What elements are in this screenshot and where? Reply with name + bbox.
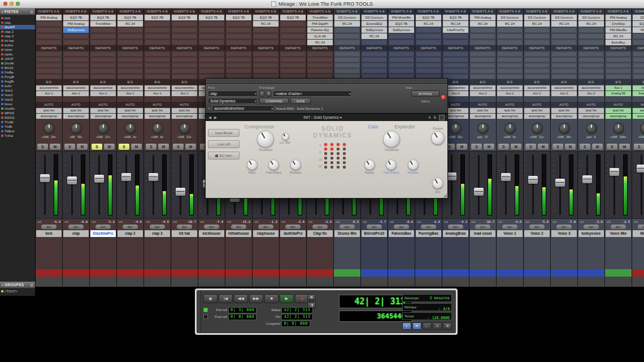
insert-slot-empty[interactable] (118, 40, 143, 45)
send-slot-empty[interactable] (90, 63, 116, 68)
send-slot-empty[interactable] (253, 57, 279, 62)
insert-slot-empty[interactable] (145, 40, 170, 45)
send-slot-empty[interactable] (551, 51, 577, 57)
insert-slot[interactable]: TmrnlMstr (307, 15, 333, 20)
group-assignment[interactable]: aucungroup (606, 114, 631, 119)
insert-slot[interactable]: D3 ComLim (578, 15, 604, 20)
output-selector[interactable]: Aux 1 (90, 91, 116, 96)
sidebar-track-item[interactable]: ledvl (0, 84, 35, 88)
countoff-button[interactable]: 2 (433, 322, 442, 330)
send-slot-empty[interactable] (334, 63, 360, 68)
insert-slot[interactable]: RC 24 (307, 40, 333, 45)
insert-slot[interactable]: CLA-3A (307, 33, 333, 39)
send-slot-empty[interactable] (199, 51, 224, 57)
fader-handle[interactable] (555, 179, 565, 187)
send-slot-empty[interactable] (470, 68, 495, 74)
send-slot-empty[interactable] (63, 68, 89, 74)
preroll-checkbox[interactable] (203, 308, 208, 312)
sidebar-track-item[interactable]: DscKP (0, 25, 35, 29)
send-slot-empty[interactable] (470, 63, 495, 68)
pan-knob[interactable] (559, 123, 569, 133)
sidebar-track-item[interactable]: TkBxd (0, 129, 35, 133)
send-slot-empty[interactable] (36, 68, 62, 74)
sidebar-track-item[interactable]: DrmM (0, 61, 35, 66)
mute-button[interactable]: M (592, 144, 603, 150)
output-selector[interactable]: Analog 56 (606, 91, 631, 96)
insert-slot-empty[interactable] (470, 27, 495, 33)
insert-slot-empty[interactable] (334, 40, 360, 45)
send-slot-empty[interactable] (633, 68, 644, 74)
insert-slot[interactable]: EQ3 7B (63, 15, 89, 20)
insert-slot-empty[interactable] (497, 40, 523, 45)
counters-button[interactable]: ▣ (307, 294, 316, 301)
track-name[interactable]: JazKitwPrc (280, 230, 306, 237)
sidebar-track-item[interactable]: TxKw (0, 133, 35, 138)
fader-handle[interactable] (67, 176, 77, 184)
insert-slot-empty[interactable] (497, 33, 523, 39)
plugin-drag-bar[interactable] (206, 79, 447, 84)
automation-mode-selector[interactable]: auto lire (118, 108, 143, 113)
send-slot-empty[interactable] (606, 57, 631, 62)
mute-button[interactable]: M (131, 144, 142, 150)
insert-slot[interactable]: D3 ComLim (524, 15, 550, 20)
sidebar-track-item[interactable]: clap 3 (0, 34, 35, 38)
send-slot-empty[interactable] (362, 57, 387, 62)
gate-range-knob[interactable] (364, 160, 375, 170)
pan-knob[interactable] (532, 123, 542, 133)
stop-button[interactable]: ■ (264, 294, 279, 303)
send-slot-empty[interactable] (334, 51, 360, 57)
send-slot-empty[interactable] (606, 68, 631, 74)
solo-button[interactable]: S (552, 144, 563, 150)
insert-slot[interactable]: ChnlStrp (606, 21, 631, 27)
send-slot-empty[interactable] (199, 57, 224, 62)
send-slot-empty[interactable] (253, 63, 279, 68)
comp-release-knob[interactable] (290, 160, 301, 170)
dyn-button[interactable]: dyn (367, 225, 382, 229)
solo-button[interactable]: S (173, 144, 184, 150)
mute-button[interactable]: M (538, 144, 549, 150)
send-slot-empty[interactable] (551, 57, 577, 62)
sidebar-track-item[interactable]: ThxBt (0, 120, 35, 124)
mute-button[interactable]: M (619, 144, 630, 150)
pan-knob[interactable] (586, 123, 597, 133)
automation-mode-selector[interactable]: auto lire (578, 108, 604, 113)
send-slot-empty[interactable] (36, 74, 62, 79)
insert-slot-empty[interactable] (362, 40, 387, 45)
insert-slot-empty[interactable] (145, 21, 170, 27)
send-slot-empty[interactable] (443, 68, 468, 74)
solo-button[interactable]: S (471, 144, 482, 150)
send-slot-empty[interactable] (362, 51, 387, 57)
send-slot-empty[interactable] (307, 68, 333, 74)
send-slot-empty[interactable] (416, 57, 441, 62)
output-selector[interactable]: Analog 56 (633, 91, 644, 96)
insert-slot-empty[interactable] (280, 21, 306, 27)
insert-slot-empty[interactable] (578, 27, 604, 33)
input-selector[interactable]: aucuneentrée (118, 85, 143, 90)
insert-slot[interactable]: EQ3 7B (416, 15, 441, 20)
mute-button[interactable]: M (158, 144, 169, 150)
dyn-button[interactable]: dyn (258, 225, 273, 229)
insert-slot-empty[interactable] (118, 33, 143, 39)
track-name[interactable]: kickhouse (199, 230, 224, 237)
send-slot-empty[interactable] (606, 74, 631, 79)
send-slot-empty[interactable] (497, 68, 523, 74)
automation-mode-selector[interactable]: auto lire (36, 108, 62, 113)
send-slot-empty[interactable] (578, 57, 604, 62)
insert-slot[interactable]: RC 24 (334, 21, 360, 27)
track-name[interactable]: AnalogBras (443, 230, 468, 237)
insert-slot-empty[interactable] (199, 27, 224, 33)
slot-b-button[interactable]: B (434, 115, 436, 119)
sidebar-track-item[interactable]: clpho (0, 52, 35, 57)
insert-slot-empty[interactable] (443, 33, 468, 39)
dyn-button[interactable]: dyn (448, 225, 463, 229)
send-slot-empty[interactable] (118, 63, 143, 68)
send-slot-empty[interactable] (606, 51, 631, 57)
send-slot-empty[interactable] (280, 57, 306, 62)
insert-slot[interactable]: EQ3 7B (226, 15, 251, 20)
send-slot-empty[interactable] (36, 63, 62, 68)
midi-merge-button[interactable]: ⇌ (412, 322, 421, 330)
send-slot-empty[interactable] (633, 57, 644, 62)
send-slot-empty[interactable] (551, 68, 577, 74)
insert-slot[interactable]: RC 24 (362, 33, 387, 39)
insert-slot-empty[interactable] (443, 40, 468, 45)
